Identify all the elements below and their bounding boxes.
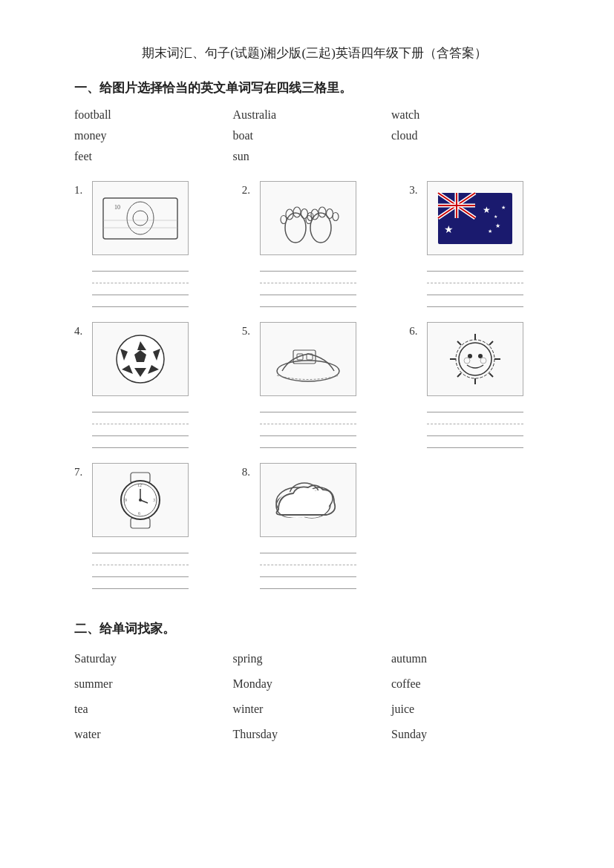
svg-point-15 bbox=[326, 208, 333, 218]
vocab-row: waterThursdaySunday bbox=[74, 725, 555, 744]
svg-text:9: 9 bbox=[125, 498, 127, 502]
vocab-item: juice bbox=[391, 700, 550, 719]
image-box-money: 10 bbox=[92, 181, 189, 255]
svg-point-14 bbox=[319, 207, 326, 217]
writing-line bbox=[92, 297, 189, 307]
svg-point-59 bbox=[480, 358, 486, 364]
word-bank-item: football bbox=[74, 108, 233, 122]
writing-line bbox=[260, 555, 356, 565]
vocab-item: Monday bbox=[233, 674, 392, 694]
writing-line bbox=[260, 567, 356, 577]
svg-line-53 bbox=[489, 341, 493, 345]
item-number: 8. bbox=[242, 466, 255, 479]
vocab-item: spring bbox=[233, 649, 392, 668]
word-bank-item: Australia bbox=[233, 108, 392, 122]
vocab-row: teawinterjuice bbox=[74, 700, 555, 719]
section2-title: 二、给单词找家。 bbox=[74, 620, 555, 637]
image-box-australia: ★ ★ ★ ★ ★ ★ bbox=[427, 181, 523, 255]
image-box-watch: 12 3 6 9 bbox=[92, 463, 189, 537]
svg-text:12: 12 bbox=[137, 483, 142, 487]
writing-line bbox=[92, 273, 189, 283]
image-cell-boat: 5. bbox=[242, 322, 388, 450]
svg-line-52 bbox=[489, 373, 493, 377]
writing-line bbox=[260, 273, 356, 283]
writing-line bbox=[427, 438, 523, 448]
writing-line bbox=[260, 438, 356, 448]
section1-title: 一、给图片选择恰当的英文单词写在四线三格里。 bbox=[74, 79, 555, 96]
image-cell-australia: 3. ★ ★ ★ ★ ★ ★ bbox=[409, 181, 555, 309]
item-number: 5. bbox=[242, 325, 255, 338]
svg-text:10: 10 bbox=[114, 204, 120, 211]
svg-point-66 bbox=[139, 499, 142, 502]
image-cell-money: 1. 10 bbox=[74, 181, 220, 309]
svg-text:★: ★ bbox=[483, 205, 491, 215]
image-cell-watch: 7. 12 3 6 9 bbox=[74, 463, 220, 591]
word-bank-item: money bbox=[74, 129, 233, 142]
image-box-boat bbox=[260, 322, 356, 396]
vocab-row: Saturdayspringautumn bbox=[74, 649, 555, 668]
writing-line bbox=[92, 438, 189, 448]
word-bank-item: watch bbox=[391, 108, 550, 122]
svg-line-51 bbox=[457, 341, 461, 345]
svg-point-1 bbox=[127, 202, 154, 234]
writing-line bbox=[92, 555, 189, 565]
image-cell-football: 4. bbox=[74, 322, 220, 450]
writing-line bbox=[427, 273, 523, 283]
vocab-item: Thursday bbox=[233, 725, 392, 744]
writing-line bbox=[92, 426, 189, 436]
vocab-item: coffee bbox=[391, 674, 550, 694]
vocab-item: tea bbox=[74, 700, 233, 719]
vocab-item: summer bbox=[74, 674, 233, 694]
svg-line-54 bbox=[457, 373, 461, 377]
writing-line bbox=[427, 261, 523, 272]
writing-line bbox=[92, 567, 189, 577]
writing-line bbox=[260, 426, 356, 436]
image-cell-cloud: 8. bbox=[242, 463, 388, 591]
word-bank-section1: footballAustraliawatchmoneyboatcloudfeet… bbox=[74, 108, 555, 171]
word-bank-item: cloud bbox=[391, 129, 550, 142]
svg-text:6: 6 bbox=[138, 511, 140, 516]
writing-line bbox=[92, 285, 189, 295]
vocab-row: summerMondaycoffee bbox=[74, 674, 555, 694]
writing-line bbox=[427, 414, 523, 424]
item-number: 6. bbox=[409, 325, 422, 338]
word-bank-item: sun bbox=[233, 150, 392, 163]
writing-line bbox=[92, 579, 189, 589]
image-box-cloud bbox=[260, 463, 356, 537]
svg-point-80 bbox=[307, 490, 331, 510]
writing-line bbox=[260, 297, 356, 307]
writing-line bbox=[427, 402, 523, 412]
word-bank-item: feet bbox=[74, 150, 233, 163]
svg-text:★: ★ bbox=[444, 224, 454, 235]
word-bank-section2: SaturdayspringautumnsummerMondaycoffeete… bbox=[74, 649, 555, 750]
writing-line bbox=[260, 261, 356, 272]
svg-text:3: 3 bbox=[153, 498, 155, 502]
section2: 二、给单词找家。 SaturdayspringautumnsummerMonda… bbox=[74, 620, 555, 750]
writing-line bbox=[92, 402, 189, 412]
images-grid: 1. 10 2. 3. bbox=[74, 181, 555, 591]
svg-point-13 bbox=[311, 209, 319, 220]
image-cell-feet: 2. bbox=[242, 181, 388, 309]
item-number: 3. bbox=[409, 184, 422, 197]
writing-line bbox=[260, 579, 356, 589]
vocab-item: winter bbox=[233, 700, 392, 719]
svg-text:★: ★ bbox=[494, 214, 497, 219]
item-number: 1. bbox=[74, 184, 88, 197]
vocab-item: Saturday bbox=[74, 649, 233, 668]
svg-point-2 bbox=[133, 211, 148, 226]
image-box-feet bbox=[260, 181, 356, 255]
item-number: 4. bbox=[74, 325, 88, 338]
vocab-item: Sunday bbox=[391, 725, 550, 744]
writing-line bbox=[260, 414, 356, 424]
writing-line bbox=[260, 285, 356, 295]
image-box-sun bbox=[427, 322, 523, 396]
vocab-item: water bbox=[74, 725, 233, 744]
writing-line bbox=[92, 543, 189, 553]
svg-point-46 bbox=[459, 343, 491, 375]
writing-line bbox=[92, 261, 189, 272]
svg-text:★: ★ bbox=[501, 205, 506, 211]
svg-point-11 bbox=[281, 215, 287, 223]
svg-point-7 bbox=[286, 209, 293, 220]
writing-line bbox=[427, 426, 523, 436]
word-bank-item: boat bbox=[233, 129, 392, 142]
